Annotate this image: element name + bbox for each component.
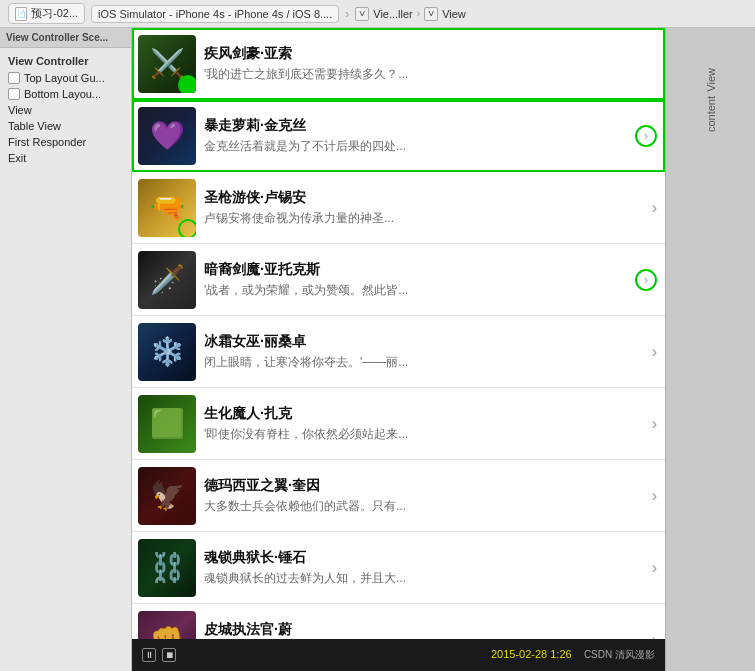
- bottom-bar-left: ⏸ ⏹: [142, 648, 176, 662]
- left-item-view[interactable]: View: [0, 102, 131, 118]
- left-panel-header: View Controller Sce...: [0, 28, 131, 48]
- avatar-icon: 🔫: [150, 191, 185, 224]
- table-row[interactable]: 🟩 生化魔人·扎克 '即使你没有脊柱，你依然必须站起来... ›: [132, 388, 665, 460]
- checkbox-bottom-layout[interactable]: [8, 88, 20, 100]
- row-content: 生化魔人·扎克 '即使你没有脊柱，你依然必须站起来...: [204, 405, 644, 443]
- breadcrumb-icon-1: V: [355, 7, 369, 21]
- table-view: ⚔️ 疾风剑豪·亚索 '我的进亡之旅到底还需要持续多久？... 💜 暴走萝莉·金…: [132, 28, 665, 671]
- table-row[interactable]: 🦅 德玛西亚之翼·奎因 大多数士兵会依赖他们的武器。只有... ›: [132, 460, 665, 532]
- chevron-icon: ›: [652, 199, 657, 217]
- table-row[interactable]: 🔫 圣枪游侠·卢锡安 卢锡安将使命视为传承力量的神圣... ›: [132, 172, 665, 244]
- first-responder-label: First Responder: [8, 136, 86, 148]
- table-view-label: Table View: [8, 120, 61, 132]
- champion-subtitle: 魂锁典狱长的过去鲜为人知，并且大...: [204, 570, 644, 587]
- champion-name: 生化魔人·扎克: [204, 405, 644, 423]
- chevron-icon: ›: [652, 343, 657, 361]
- champion-subtitle: 金克丝活着就是为了不计后果的四处...: [204, 138, 627, 155]
- avatar-icon: ⛓️: [150, 551, 185, 584]
- champion-name: 疾风剑豪·亚索: [204, 45, 657, 63]
- bottom-bar-status: 2015-02-28 1:26 CSDN 清风漫影: [491, 648, 655, 662]
- champion-name: 皮城执法官·蔚: [204, 621, 644, 639]
- stop-button[interactable]: ⏹: [162, 648, 176, 662]
- bottom-bar: ⏸ ⏹ 2015-02-28 1:26 CSDN 清风漫影: [132, 639, 665, 671]
- champion-name: 德玛西亚之翼·奎因: [204, 477, 644, 495]
- chevron-icon: ›: [652, 559, 657, 577]
- champion-subtitle: 闭上眼睛，让寒冷将你夺去。'——丽...: [204, 354, 644, 371]
- avatar-zac: 🟩: [138, 395, 196, 453]
- champion-name: 冰霜女巫·丽桑卓: [204, 333, 644, 351]
- champion-name: 圣枪游侠·卢锡安: [204, 189, 644, 207]
- left-panel-section: View Controller Top Layout Gu... Bottom …: [0, 48, 131, 170]
- play-pause-controls[interactable]: ⏸ ⏹: [142, 648, 176, 662]
- table-row[interactable]: 💜 暴走萝莉·金克丝 金克丝活着就是为了不计后果的四处... ›: [132, 100, 665, 172]
- simulator-tab-label: iOS Simulator - iPhone 4s - iPhone 4s / …: [98, 8, 332, 20]
- table-row[interactable]: ⛓️ 魂锁典狱长·锤石 魂锁典狱长的过去鲜为人知，并且大... ›: [132, 532, 665, 604]
- row-content: 冰霜女巫·丽桑卓 闭上眼睛，让寒冷将你夺去。'——丽...: [204, 333, 644, 371]
- simulator-tab[interactable]: iOS Simulator - iPhone 4s - iPhone 4s / …: [91, 5, 339, 23]
- champion-name: 魂锁典狱长·锤石: [204, 549, 644, 567]
- champion-subtitle: '战者，或为荣耀，或为赞颂。然此皆...: [204, 282, 627, 299]
- main-layout: View Controller Sce... View Controller T…: [0, 28, 755, 671]
- left-panel: View Controller Sce... View Controller T…: [0, 28, 132, 671]
- left-item-first-responder[interactable]: First Responder: [0, 134, 131, 150]
- doc-icon: 📄: [15, 7, 27, 21]
- exit-label: Exit: [8, 152, 26, 164]
- chevron-green-icon: ›: [635, 269, 657, 291]
- breadcrumb-separator: ›: [345, 7, 349, 21]
- table-row[interactable]: ❄️ 冰霜女巫·丽桑卓 闭上眼睛，让寒冷将你夺去。'——丽... ›: [132, 316, 665, 388]
- top-layout-label: Top Layout Gu...: [24, 72, 105, 84]
- avatar-icon: 🦅: [150, 479, 185, 512]
- champion-name: 暗裔剑魔·亚托克斯: [204, 261, 627, 279]
- champion-subtitle: 大多数士兵会依赖他们的武器。只有...: [204, 498, 644, 515]
- avatar-icon: 🟩: [150, 407, 185, 440]
- left-item-table-view[interactable]: Table View: [0, 118, 131, 134]
- champion-subtitle: '我的进亡之旅到底还需要持续多久？...: [204, 66, 657, 83]
- table-row[interactable]: ⚔️ 疾风剑豪·亚索 '我的进亡之旅到底还需要持续多久？...: [132, 28, 665, 100]
- view-label: View: [8, 104, 32, 116]
- champion-subtitle: 卢锡安将使命视为传承力量的神圣...: [204, 210, 644, 227]
- row-content: 暗裔剑魔·亚托克斯 '战者，或为荣耀，或为赞颂。然此皆...: [204, 261, 627, 299]
- right-panel: View content: [665, 28, 755, 671]
- breadcrumb-part1: Vie...ller: [373, 8, 413, 20]
- top-bar: 📄 预习-02... iOS Simulator - iPhone 4s - i…: [0, 0, 755, 28]
- breadcrumb-arrow: ›: [417, 8, 420, 19]
- avatar-zed: 🗡️: [138, 251, 196, 309]
- chevron-icon: ›: [635, 125, 657, 147]
- avatar-icon: ❄️: [150, 335, 185, 368]
- left-item-bottom-layout[interactable]: Bottom Layou...: [0, 86, 131, 102]
- breadcrumb: V Vie...ller › V View: [355, 7, 466, 21]
- breadcrumb-icon-2: V: [424, 7, 438, 21]
- row-content: 德玛西亚之翼·奎因 大多数士兵会依赖他们的武器。只有...: [204, 477, 644, 515]
- chevron-icon: ›: [652, 415, 657, 433]
- row-content: 疾风剑豪·亚索 '我的进亡之旅到底还需要持续多久？...: [204, 45, 657, 83]
- view-controller-label: View Controller: [0, 52, 131, 70]
- avatar-lissandra: ❄️: [138, 323, 196, 381]
- green-indicator: [178, 75, 196, 93]
- champion-name: 暴走萝莉·金克丝: [204, 117, 627, 135]
- center-panel: ⚔️ 疾风剑豪·亚索 '我的进亡之旅到底还需要持续多久？... 💜 暴走萝莉·金…: [132, 28, 665, 671]
- watermark-label: CSDN 清风漫影: [584, 649, 655, 660]
- row-content: 圣枪游侠·卢锡安 卢锡安将使命视为传承力量的神圣...: [204, 189, 644, 227]
- bottom-layout-label: Bottom Layou...: [24, 88, 101, 100]
- avatar-thresh: ⛓️: [138, 539, 196, 597]
- file-tab[interactable]: 📄 预习-02...: [8, 3, 85, 24]
- avatar-icon: ⚔️: [150, 47, 185, 80]
- checkbox-top-layout[interactable]: [8, 72, 20, 84]
- left-item-top-layout[interactable]: Top Layout Gu...: [0, 70, 131, 86]
- right-panel-view-label: View: [705, 68, 717, 92]
- green-indicator: [178, 219, 196, 237]
- chevron-icon: ›: [652, 487, 657, 505]
- left-item-exit[interactable]: Exit: [0, 150, 131, 166]
- breadcrumb-part2: View: [442, 8, 466, 20]
- avatar-icon: 🗡️: [150, 263, 185, 296]
- avatar-mordekaiser: ⚔️: [138, 35, 196, 93]
- champion-subtitle: '即使你没有脊柱，你依然必须站起来...: [204, 426, 644, 443]
- avatar-icon: 💜: [150, 119, 185, 152]
- status-date: 2015-02-28 1:26: [491, 648, 572, 660]
- row-content: 魂锁典狱长·锤石 魂锁典狱长的过去鲜为人知，并且大...: [204, 549, 644, 587]
- row-content: 暴走萝莉·金克丝 金克丝活着就是为了不计后果的四处...: [204, 117, 627, 155]
- right-panel-content-label: content: [705, 96, 717, 132]
- pause-button[interactable]: ⏸: [142, 648, 156, 662]
- table-row[interactable]: 🗡️ 暗裔剑魔·亚托克斯 '战者，或为荣耀，或为赞颂。然此皆... ›: [132, 244, 665, 316]
- file-tab-label: 预习-02...: [31, 6, 78, 21]
